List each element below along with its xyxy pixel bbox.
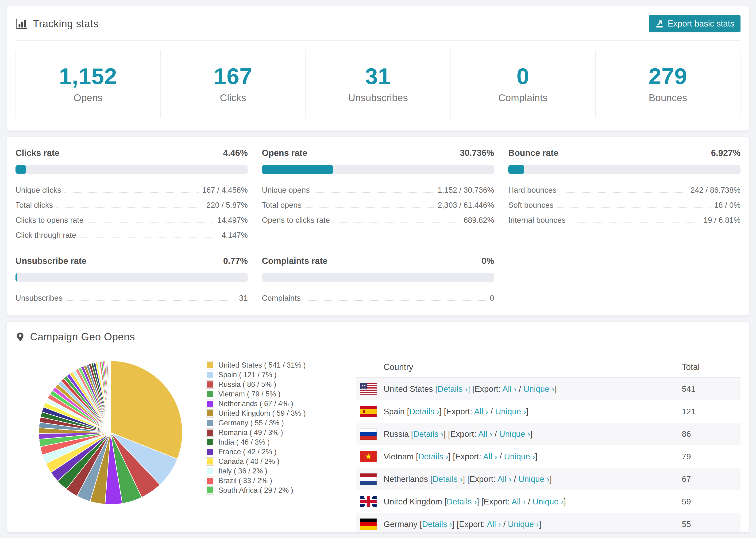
legend-item[interactable]: India ( 46 / 3% ) — [206, 437, 347, 447]
export-all-link[interactable]: All › — [478, 429, 492, 439]
export-all-link[interactable]: All › — [474, 407, 488, 416]
rate-value: 4.46% — [223, 148, 248, 158]
legend-label: Russia ( 86 / 5% ) — [218, 380, 276, 389]
rate-detail-value: 689.82% — [463, 216, 494, 225]
dotted-leader — [87, 223, 214, 223]
rate-header: Opens rate30.736% — [262, 148, 494, 158]
table-row: Germany [Details ›] [Export: All › / Uni… — [356, 513, 740, 532]
country-cell: Germany [Details ›] [Export: All › / Uni… — [356, 518, 682, 530]
summary-stat-box: 1,152Opens — [16, 50, 161, 118]
legend-item[interactable]: Vietnam ( 79 / 5% ) — [206, 389, 347, 399]
rate-detail-row: Total opens2,303 / 61.446% — [262, 201, 494, 210]
geo-title: Campaign Geo Opens — [30, 331, 135, 343]
flag-nl-icon — [360, 473, 377, 485]
legend-item[interactable]: Spain ( 121 / 7% ) — [206, 370, 347, 380]
country-cell: United Kingdom [Details ›] [Export: All … — [356, 496, 682, 507]
table-row: United Kingdom [Details ›] [Export: All … — [356, 490, 740, 513]
rate-detail-label: Total clicks — [16, 201, 53, 210]
country-cell: United States [Details ›] [Export: All ›… — [356, 383, 682, 395]
details-link[interactable]: Details › — [418, 452, 448, 461]
rate-detail-label: Click through rate — [16, 231, 76, 240]
legend-label: India ( 46 / 3% ) — [218, 438, 270, 447]
country-name: United Kingdom [ — [384, 497, 447, 506]
table-row: Vietnam [Details ›] [Export: All › / Uni… — [356, 445, 740, 468]
details-link[interactable]: Details › — [409, 407, 439, 416]
export-unique-link[interactable]: Unique › — [499, 429, 530, 439]
legend-item[interactable]: Romania ( 49 / 3% ) — [206, 428, 347, 437]
details-link[interactable]: Details › — [413, 429, 443, 439]
total-cell: 67 — [682, 474, 740, 484]
country-column-header: Country — [356, 362, 682, 372]
rate-detail-value: 242 / 86.738% — [690, 186, 740, 194]
rate-progress-track — [508, 165, 740, 174]
legend-label: Italy ( 36 / 2% ) — [218, 467, 267, 475]
legend-item[interactable]: South Africa ( 29 / 2% ) — [206, 485, 347, 495]
legend-item[interactable]: Brazil ( 33 / 2% ) — [206, 476, 347, 485]
bracket-text: ] [Export: — [452, 519, 487, 529]
legend-label: Vietnam ( 79 / 5% ) — [218, 390, 281, 398]
flag-es-icon — [360, 406, 377, 417]
legend-item[interactable]: United States ( 541 / 31% ) — [206, 360, 347, 370]
rate-title: Clicks rate — [16, 148, 59, 158]
export-all-link[interactable]: All › — [487, 519, 501, 529]
summary-stat-label: Complaints — [498, 92, 548, 103]
rate-title: Opens rate — [262, 148, 307, 158]
country-name: Russia [ — [384, 429, 413, 439]
rate-section: Unsubscribe rate0.77%Unsubscribes31 — [16, 256, 248, 302]
legend-label: United States ( 541 / 31% ) — [218, 361, 306, 369]
details-link[interactable]: Details › — [422, 519, 452, 529]
rates-card: Clicks rate4.46%Unique clicks167 / 4.456… — [7, 136, 749, 316]
rate-section: Clicks rate4.46%Unique clicks167 / 4.456… — [16, 148, 248, 240]
bracket-text: ] [Export: — [468, 384, 503, 394]
rate-detail-row: Internal bounces19 / 6.81% — [508, 216, 740, 225]
export-unique-link[interactable]: Unique › — [518, 474, 549, 484]
pie-slice[interactable] — [110, 361, 111, 433]
legend-label: Romania ( 49 / 3% ) — [218, 428, 283, 437]
campaign-geo-opens-card: Campaign Geo Opens United States ( 541 /… — [7, 322, 749, 532]
summary-stat-value: 1,152 — [59, 65, 117, 87]
legend-item[interactable]: Russia ( 86 / 5% ) — [206, 380, 347, 389]
legend-swatch — [206, 419, 214, 427]
country-links: Vietnam [Details ›] [Export: All › / Uni… — [384, 452, 537, 461]
legend-item[interactable]: Canada ( 40 / 2% ) — [206, 457, 347, 466]
rate-progress-track — [262, 165, 494, 174]
export-unique-link[interactable]: Unique › — [508, 519, 539, 529]
legend-swatch-color — [207, 449, 213, 455]
rate-detail-row: Unique clicks167 / 4.456% — [16, 186, 248, 194]
legend-swatch — [206, 409, 214, 418]
rate-detail-label: Soft bounces — [508, 201, 554, 210]
legend-label: Spain ( 121 / 7% ) — [218, 371, 277, 379]
rate-value: 6.927% — [711, 148, 740, 158]
legend-swatch-color — [207, 430, 213, 436]
summary-stat-label: Unsubscribes — [348, 92, 408, 103]
legend-item[interactable]: Netherlands ( 67 / 4% ) — [206, 399, 347, 408]
rate-detail-label: Unique clicks — [16, 186, 61, 194]
legend-item[interactable]: United Kingdom ( 59 / 3% ) — [206, 408, 347, 418]
rate-detail-label: Hard bounces — [508, 186, 557, 194]
export-unique-link[interactable]: Unique › — [495, 407, 526, 416]
legend-item[interactable]: France ( 42 / 2% ) — [206, 447, 347, 457]
export-all-link[interactable]: All › — [512, 497, 526, 506]
legend-item[interactable]: Italy ( 36 / 2% ) — [206, 466, 347, 476]
details-link[interactable]: Details › — [447, 497, 477, 506]
export-unique-link[interactable]: Unique › — [523, 384, 554, 394]
rate-detail-value: 14.497% — [217, 216, 248, 225]
tracking-stats-header: Tracking stats Export basic stats — [16, 15, 740, 41]
legend-swatch-color — [207, 362, 213, 368]
details-link[interactable]: Details › — [438, 384, 468, 394]
tracking-stats-title: Tracking stats — [33, 18, 98, 29]
details-link[interactable]: Details › — [432, 474, 462, 484]
legend-swatch — [206, 361, 214, 369]
export-unique-link[interactable]: Unique › — [504, 452, 535, 461]
export-all-link[interactable]: All › — [497, 474, 512, 484]
export-all-link[interactable]: All › — [503, 384, 516, 394]
export-basic-stats-button[interactable]: Export basic stats — [649, 15, 740, 32]
total-cell: 79 — [682, 452, 740, 461]
export-all-link[interactable]: All › — [483, 452, 497, 461]
legend-item[interactable]: Germany ( 55 / 3% ) — [206, 418, 347, 428]
legend-swatch-color — [207, 468, 213, 474]
rate-detail-value: 1,152 / 30.736% — [438, 186, 494, 194]
export-unique-link[interactable]: Unique › — [532, 497, 564, 506]
table-row: Russia [Details ›] [Export: All › / Uniq… — [356, 423, 740, 445]
rate-detail-row: Click through rate4.147% — [16, 231, 248, 240]
